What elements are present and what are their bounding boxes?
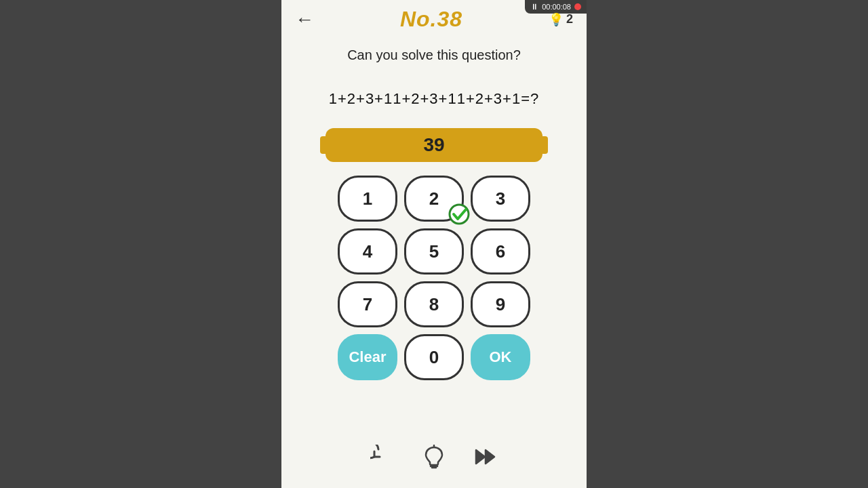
level-title: No.38 [400, 7, 462, 32]
fast-forward-button[interactable] [473, 445, 498, 474]
key-9[interactable]: 9 [471, 281, 530, 327]
question-prompt: Can you solve this question? [347, 47, 521, 63]
key-4[interactable]: 4 [338, 228, 397, 274]
key-0[interactable]: 0 [404, 334, 464, 380]
ok-button[interactable]: OK [471, 334, 530, 380]
hint-button[interactable] [422, 445, 446, 474]
phone-screen: ⏸ 00:00:08 ← No.38 💡 2 Can you solve thi… [281, 0, 587, 488]
hint-bulb-icon: 💡 [549, 12, 564, 27]
checkmark-icon [444, 198, 471, 225]
left-overlay [0, 0, 281, 488]
right-overlay [587, 0, 868, 488]
bottom-toolbar [370, 445, 498, 474]
back-button[interactable]: ← [295, 9, 314, 30]
top-bar: ← No.38 💡 2 [281, 0, 587, 35]
hint-area: 💡 2 [549, 12, 573, 27]
restart-button[interactable] [370, 445, 395, 474]
key-7[interactable]: 7 [338, 281, 397, 327]
key-6[interactable]: 6 [471, 228, 530, 274]
hint-count: 2 [566, 12, 573, 26]
equation: 1+2+3+11+2+3+11+2+3+1=? [329, 90, 540, 108]
keypad: 1 2 3 4 5 6 7 8 9 Clear 0 OK [338, 176, 530, 380]
key-3[interactable]: 3 [471, 176, 530, 222]
answer-value: 39 [423, 134, 444, 156]
svg-marker-4 [476, 450, 485, 464]
key-5[interactable]: 5 [404, 228, 464, 274]
key-2[interactable]: 2 [404, 176, 464, 222]
clear-button[interactable]: Clear [338, 334, 397, 380]
svg-marker-5 [486, 450, 494, 464]
key-8[interactable]: 8 [404, 281, 464, 327]
answer-display: 39 [326, 128, 542, 162]
key-1[interactable]: 1 [338, 176, 397, 222]
